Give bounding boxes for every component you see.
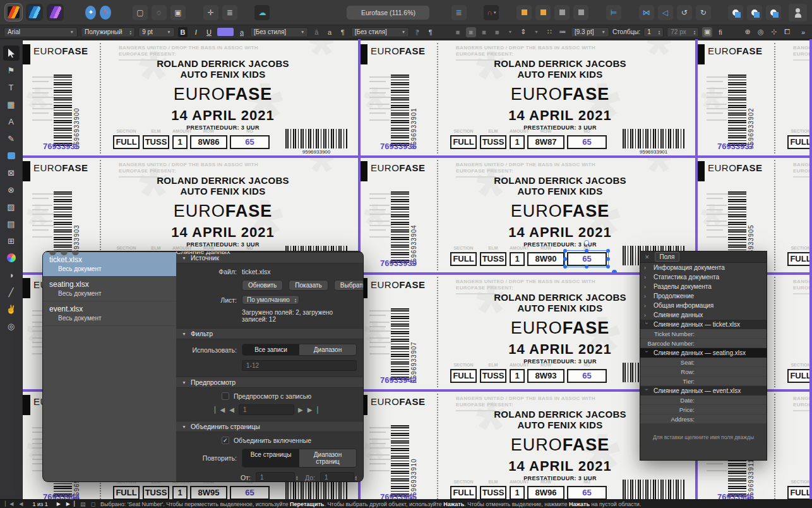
preview-eye-icon[interactable]: ◎ — [756, 27, 766, 37]
document-title-pill[interactable]: Eurofase (111.6%) — [347, 6, 429, 20]
align-icon[interactable]: ⊨ — [606, 5, 621, 20]
field-group[interactable]: ›Разделы документа — [640, 282, 767, 291]
field-row[interactable]: Barcode Number: — [640, 339, 767, 348]
seat-box[interactable]: 65 — [230, 135, 270, 149]
vector-crop-tool[interactable]: ⊞ — [3, 233, 20, 248]
list-icon[interactable]: ≣ — [222, 5, 237, 20]
section-box[interactable]: FULL — [113, 135, 140, 149]
section-box[interactable]: FULL — [450, 486, 477, 499]
frame-text-tool[interactable]: T — [3, 80, 20, 95]
field-group[interactable]: ›Продолжение — [640, 291, 767, 301]
amount-box[interactable]: 1 — [172, 135, 188, 149]
section-box[interactable]: FULL — [787, 252, 812, 266]
leading-icon[interactable]: ⇕ — [518, 27, 528, 37]
page-frame-icon[interactable]: ▢ — [133, 5, 148, 20]
content-tool[interactable]: ▤ — [3, 216, 20, 231]
tier-box[interactable]: TUSS — [480, 135, 506, 149]
preview-checkbox[interactable] — [222, 392, 229, 400]
record-input[interactable]: 1 — [239, 404, 294, 415]
font-size-select[interactable]: 9 pt▼ — [138, 27, 175, 37]
place-image-tool[interactable]: ▨ — [3, 199, 20, 214]
source-item[interactable]: ticket.xlsx Весь документ — [43, 252, 176, 277]
ticket-number[interactable]: 76933935 — [27, 142, 96, 151]
page-prev-button[interactable]: ◀ — [19, 501, 23, 507]
dialog-titlebar[interactable]: Слияние данных — [43, 251, 363, 252]
pilcrow-show-icon[interactable]: ¶ — [426, 27, 436, 37]
arrange-backward-icon[interactable] — [554, 5, 570, 20]
affinity-publisher-icon[interactable] — [5, 4, 22, 21]
ellipse-frame-icon[interactable]: ◌ — [152, 5, 167, 20]
to-input[interactable]: 1 — [320, 472, 354, 481]
assets-hand-icon[interactable]: ☁ — [254, 5, 270, 20]
transparency-tool[interactable]: ◑ — [3, 267, 20, 282]
box-frame-icon[interactable]: ▣ — [170, 5, 186, 20]
color-wheel-tool[interactable] — [3, 250, 20, 265]
align-left-icon[interactable]: ≡ — [453, 27, 463, 37]
field-group[interactable]: ›Информация документа — [640, 263, 767, 272]
affinity-designer-icon[interactable] — [26, 4, 43, 21]
fields-panel-tab[interactable]: Поля — [655, 252, 680, 262]
ticket[interactable]: * EUROFASE 9596933901 76933936 * * * BAN… — [360, 40, 697, 156]
transform-box-icon[interactable]: ⧠ — [782, 27, 792, 37]
arrange-forward-icon[interactable] — [535, 5, 551, 20]
italic-button[interactable]: I — [191, 27, 201, 37]
section-filter[interactable]: ▼Фильтр — [176, 328, 363, 339]
from-input[interactable]: 1 — [256, 472, 295, 481]
leading-more-icon[interactable]: ▼ — [532, 27, 542, 37]
pin-icon[interactable]: ✛ — [203, 5, 218, 20]
char-clear-icon[interactable]: â — [311, 27, 321, 37]
bool-add-icon[interactable] — [728, 5, 743, 20]
bullet-list-icon[interactable]: ∷ — [544, 27, 554, 37]
gutter-stepper[interactable]: 72 px▴▾ — [667, 27, 699, 37]
pages-segmented[interactable]: Все страницыДиапазон страниц — [242, 449, 357, 468]
tier-box[interactable]: TUSS — [480, 252, 506, 266]
tier-box[interactable]: TUSS — [143, 135, 169, 149]
bool-subtract-icon[interactable] — [747, 5, 762, 20]
field-row[interactable]: Seat: — [640, 358, 767, 367]
rectangle-tool[interactable] — [3, 148, 20, 163]
ticket-number[interactable]: 76933944 — [27, 492, 96, 499]
text-flow-icon[interactable]: ≣ — [451, 5, 467, 20]
source-item[interactable]: seating.xlsx Весь документ — [43, 277, 176, 301]
font-family-select[interactable]: Arial▼ — [4, 27, 78, 37]
amount-box[interactable]: 1 — [172, 486, 188, 499]
baseline-grid-icon[interactable]: ⊕ — [743, 27, 753, 37]
arrange-front-icon[interactable] — [516, 5, 532, 20]
choose-button[interactable]: Выбрать — [334, 280, 363, 291]
persona-pen-icon[interactable]: ✎ — [100, 6, 110, 20]
ticket-number[interactable]: 76933942 — [364, 375, 433, 385]
bool-divide-icon[interactable] — [766, 5, 781, 20]
pilcrow-reverse-icon[interactable]: ¶ — [412, 27, 422, 37]
section-merge-pages[interactable]: ▼Объединить страницы — [176, 421, 363, 432]
table-tool[interactable]: ▦ — [3, 97, 20, 112]
section-box[interactable]: FULL — [787, 369, 812, 383]
rotate-ccw-icon[interactable]: ↺ — [677, 5, 692, 20]
row-box[interactable]: 8W87 — [527, 135, 564, 149]
field-row[interactable]: Ticket Number: — [640, 329, 767, 339]
align-justify-icon[interactable]: ≡ — [492, 27, 502, 37]
row-box[interactable]: 8W90 — [527, 252, 564, 266]
section-preview[interactable]: ▼Предпросмотр — [176, 377, 363, 388]
frame-properties-icon[interactable]: ▣ — [702, 27, 712, 37]
pilcrow-icon[interactable]: ¶ — [338, 27, 348, 37]
arrange-back-icon[interactable] — [573, 5, 588, 20]
numbered-list-icon[interactable]: ≔ — [558, 27, 568, 37]
view-hand-tool[interactable]: ✌ — [3, 301, 20, 317]
section-box[interactable]: FULL — [450, 135, 477, 149]
ligatures-icon[interactable]: fi — [715, 27, 725, 37]
flip-vertical-icon[interactable]: ◁ — [658, 5, 673, 20]
ticket-number[interactable]: 76933936 — [364, 142, 433, 151]
row-box[interactable]: 8W86 — [190, 135, 227, 149]
update-button[interactable]: Обновить — [242, 280, 283, 291]
selection-handles[interactable] — [564, 250, 609, 267]
tier-box[interactable]: TUSS — [143, 486, 169, 499]
close-icon[interactable]: ✕ — [645, 254, 650, 260]
persona-star-icon[interactable]: ✦ — [85, 6, 96, 20]
tier-box[interactable]: TUSS — [480, 369, 506, 383]
seat-box[interactable]: 65 — [230, 486, 270, 499]
sheet-select[interactable]: По умолчанию▴▾ — [242, 295, 299, 305]
records-segmented[interactable]: Все записиДиапазон — [242, 344, 357, 356]
amount-box[interactable]: 1 — [510, 252, 525, 266]
row-box[interactable]: 8W96 — [527, 486, 564, 499]
rotate-cw-icon[interactable]: ↻ — [696, 5, 711, 20]
